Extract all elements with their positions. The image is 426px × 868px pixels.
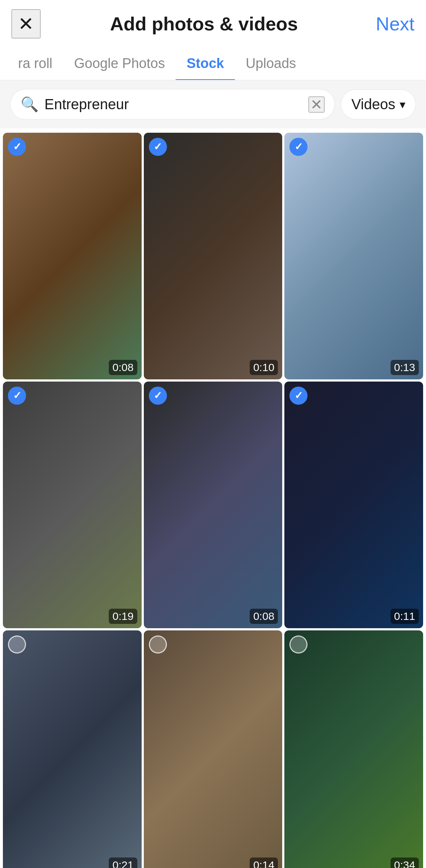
grid-item[interactable]: 0:21 xyxy=(3,630,142,868)
search-input[interactable] xyxy=(44,96,303,112)
check-icon: ✓ xyxy=(294,391,303,401)
duration-badge: 0:21 xyxy=(109,858,137,868)
grid-item[interactable]: ✓0:13 xyxy=(284,133,423,379)
tab-camera-roll[interactable]: ra roll xyxy=(7,48,63,81)
video-grid: ✓0:08✓0:10✓0:13✓0:19✓0:08✓0:110:210:140:… xyxy=(0,128,426,868)
duration-text: 0:21 xyxy=(112,859,133,868)
filter-label: Videos xyxy=(351,96,395,112)
selection-checkbox[interactable]: ✓ xyxy=(8,387,26,405)
selection-checkbox[interactable]: ✓ xyxy=(8,138,26,156)
duration-text: 0:13 xyxy=(394,361,415,373)
tab-stock[interactable]: Stock xyxy=(176,48,234,81)
selection-checkbox[interactable]: ✓ xyxy=(289,138,307,156)
selection-checkbox[interactable] xyxy=(289,635,307,654)
grid-item[interactable]: ✓0:10 xyxy=(144,133,283,379)
grid-item[interactable]: ✓0:08 xyxy=(3,133,142,379)
selection-checkbox[interactable]: ✓ xyxy=(149,138,167,156)
search-icon: 🔍 xyxy=(21,96,39,113)
check-icon: ✓ xyxy=(13,142,21,152)
duration-badge: 0:34 xyxy=(391,858,419,868)
selection-checkbox[interactable] xyxy=(149,635,167,654)
check-icon: ✓ xyxy=(154,391,162,401)
tab-uploads[interactable]: Uploads xyxy=(235,48,307,81)
selection-checkbox[interactable] xyxy=(8,635,26,654)
check-icon: ✓ xyxy=(294,142,303,152)
tab-google-photos[interactable]: Google Photos xyxy=(63,48,176,81)
page-title: Add photos & videos xyxy=(40,13,367,35)
duration-text: 0:14 xyxy=(253,859,274,868)
chevron-down-icon: ▾ xyxy=(400,98,405,111)
check-icon: ✓ xyxy=(13,391,21,401)
duration-badge: 0:08 xyxy=(250,609,278,624)
grid-item[interactable]: ✓0:19 xyxy=(3,382,142,628)
tabs-bar: ra roll Google Photos Stock Uploads xyxy=(0,48,426,80)
search-clear-button[interactable]: ✕ xyxy=(309,97,324,112)
duration-text: 0:08 xyxy=(112,361,133,373)
search-container: 🔍 ✕ Videos ▾ xyxy=(0,80,426,128)
duration-text: 0:19 xyxy=(112,610,133,622)
duration-badge: 0:10 xyxy=(250,360,278,375)
duration-badge: 0:13 xyxy=(391,360,419,375)
header: ✕ Add photos & videos Next xyxy=(0,0,426,48)
next-button[interactable]: Next xyxy=(367,13,414,35)
check-icon: ✓ xyxy=(154,142,162,152)
duration-text: 0:08 xyxy=(253,610,274,622)
close-icon: ✕ xyxy=(18,14,34,33)
duration-text: 0:34 xyxy=(394,859,415,868)
duration-text: 0:11 xyxy=(394,610,415,622)
duration-badge: 0:08 xyxy=(109,360,137,375)
duration-badge: 0:14 xyxy=(250,858,278,868)
selection-checkbox[interactable]: ✓ xyxy=(149,387,167,405)
close-button[interactable]: ✕ xyxy=(12,9,40,38)
filter-button[interactable]: Videos ▾ xyxy=(341,89,416,119)
grid-item[interactable]: 0:34 xyxy=(284,630,423,868)
search-bar: 🔍 ✕ xyxy=(10,89,335,120)
grid-item[interactable]: 0:14 xyxy=(144,630,283,868)
duration-badge: 0:11 xyxy=(391,609,419,624)
duration-badge: 0:19 xyxy=(109,609,137,624)
grid-item[interactable]: ✓0:11 xyxy=(284,382,423,628)
grid-item[interactable]: ✓0:08 xyxy=(144,382,283,628)
selection-checkbox[interactable]: ✓ xyxy=(289,387,307,405)
duration-text: 0:10 xyxy=(253,361,274,373)
